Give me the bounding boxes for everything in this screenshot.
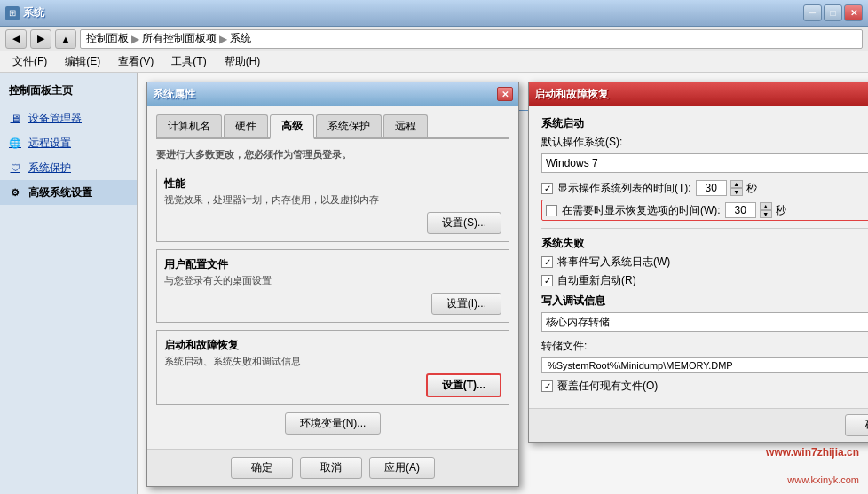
system-properties-titlebar: 系统属性 ✕ <box>147 82 518 106</box>
system-properties-dialog: 系统属性 ✕ 计算机名 硬件 高级 系统保护 远程 要进行大多数更改，您必须作为… <box>146 82 519 487</box>
sidebar-item-remote-settings[interactable]: 🌐 远程设置 <box>0 130 137 155</box>
debug-type-value: 核心内存转储 <box>546 315 610 330</box>
overwrite-row: 覆盖任何现有文件(O) <box>541 379 868 394</box>
sidebar: 控制面板主页 🖥 设备管理器 🌐 远程设置 🛡 系统保护 ⚙ 高级系统设置 <box>0 73 138 494</box>
auto-restart-row: 自动重新启动(R) <box>541 273 868 288</box>
sidebar-item-remote-label: 远程设置 <box>28 136 71 151</box>
show-list-time-input[interactable]: 30 <box>696 180 727 196</box>
tab-hardware[interactable]: 硬件 <box>224 114 268 137</box>
system-properties-close-button[interactable]: ✕ <box>497 87 513 101</box>
menu-bar: 文件(F) 编辑(E) 查看(V) 工具(T) 帮助(H) <box>0 51 868 73</box>
performance-label: 性能 <box>164 176 501 192</box>
debug-info-title: 写入调试信息 <box>541 294 868 309</box>
show-recovery-spinner-btns: ▲ ▼ <box>760 202 772 218</box>
watermark-2: www.kxinyk.com <box>787 474 859 485</box>
back-button[interactable]: ◀ <box>5 29 27 49</box>
show-list-time-label: 显示操作系统列表的时间(T): <box>557 181 691 196</box>
title-bar: ⊞ 系统 ─ □ ✕ <box>0 0 868 27</box>
show-recovery-unit: 秒 <box>776 203 786 218</box>
fault-recovery-titlebar: 启动和故障恢复 ✕ <box>529 82 868 106</box>
default-os-value: Windows 7 <box>546 157 598 169</box>
system-properties-apply-button[interactable]: 应用(A) <box>369 457 435 479</box>
startup-fault-settings-button[interactable]: 设置(T)... <box>426 373 501 397</box>
system-properties-cancel-button[interactable]: 取消 <box>300 457 362 479</box>
env-variables-button[interactable]: 环境变量(N)... <box>285 412 382 435</box>
sidebar-item-advanced-label: 高级系统设置 <box>28 185 92 200</box>
show-list-time-spinner: 30 ▲ ▼ 秒 <box>696 180 757 196</box>
menu-view[interactable]: 查看(V) <box>111 52 161 71</box>
user-profile-label: 用户配置文件 <box>164 257 501 272</box>
tab-advanced[interactable]: 高级 <box>270 114 314 139</box>
fault-ok-button[interactable]: 确定 <box>845 414 868 436</box>
menu-edit[interactable]: 编辑(E) <box>58 52 107 71</box>
minimize-button[interactable]: ─ <box>803 4 822 21</box>
tab-computer-name[interactable]: 计算机名 <box>156 114 222 137</box>
divider-1 <box>541 228 868 229</box>
fault-recovery-title: 启动和故障恢复 <box>534 87 868 102</box>
system-properties-ok-button[interactable]: 确定 <box>231 457 293 479</box>
debug-type-dropdown[interactable]: 核心内存转储 ▼ <box>541 312 868 332</box>
admin-notice: 要进行大多数更改，您必须作为管理员登录。 <box>156 148 509 161</box>
show-list-time-up-button[interactable]: ▲ <box>730 180 743 188</box>
show-recovery-down-button[interactable]: ▼ <box>760 210 772 218</box>
sidebar-item-device-manager[interactable]: 🖥 设备管理器 <box>0 106 137 130</box>
write-event-row: 将事件写入系统日志(W) <box>541 255 868 270</box>
tab-system-protection[interactable]: 系统保护 <box>316 114 382 137</box>
default-os-dropdown[interactable]: Windows 7 ▼ <box>541 153 868 173</box>
show-recovery-up-button[interactable]: ▲ <box>760 202 772 210</box>
maximize-button[interactable]: □ <box>824 4 842 21</box>
show-recovery-input[interactable]: 30 <box>725 202 756 218</box>
menu-file[interactable]: 文件(F) <box>5 52 54 71</box>
user-profile-section: 用户配置文件 与您登录有关的桌面设置 设置(I)... <box>156 249 509 323</box>
path-sep-1: ▶ <box>131 33 139 45</box>
system-properties-footer: 确定 取消 应用(A) <box>147 449 518 486</box>
system-protection-icon: 🛡 <box>7 160 23 176</box>
advanced-settings-icon: ⚙ <box>7 184 23 200</box>
write-event-checkbox[interactable] <box>541 256 553 268</box>
device-manager-icon: 🖥 <box>7 110 23 126</box>
main-layout: 控制面板主页 🖥 设备管理器 🌐 远程设置 🛡 系统保护 ⚙ 高级系统设置 查看… <box>0 73 868 494</box>
tab-remote[interactable]: 远程 <box>383 114 428 137</box>
performance-settings-button[interactable]: 设置(S)... <box>427 212 501 234</box>
transfer-file-label: 转储文件: <box>541 339 868 354</box>
address-path[interactable]: 控制面板 ▶ 所有控制面板项 ▶ 系统 <box>80 29 863 49</box>
fault-recovery-dialog: 启动和故障恢复 ✕ 系统启动 默认操作系统(S): Windows 7 ▼ 显示… <box>528 82 868 443</box>
auto-restart-label: 自动重新启动(R) <box>557 273 636 288</box>
startup-fault-desc: 系统启动、系统失败和调试信息 <box>164 355 501 368</box>
user-profile-settings-button[interactable]: 设置(I)... <box>431 293 501 315</box>
show-recovery-time-row: 在需要时显示恢复选项的时间(W): 30 ▲ ▼ 秒 <box>541 200 868 221</box>
show-recovery-time-checkbox[interactable] <box>546 205 557 216</box>
window-title: 系统 <box>23 5 803 20</box>
address-bar: ◀ ▶ ▲ 控制面板 ▶ 所有控制面板项 ▶ 系统 <box>0 27 868 51</box>
performance-desc: 视觉效果，处理器计划，内存使用，以及虚拟内存 <box>164 193 501 207</box>
menu-help[interactable]: 帮助(H) <box>217 52 268 71</box>
show-recovery-time-label: 在需要时显示恢复选项的时间(W): <box>562 203 721 218</box>
forward-button[interactable]: ▶ <box>30 29 51 49</box>
user-profile-desc: 与您登录有关的桌面设置 <box>164 274 501 287</box>
menu-tools[interactable]: 工具(T) <box>164 52 213 71</box>
fault-recovery-footer: 确定 取消 <box>529 408 868 442</box>
content-area: 查看有关计算机的基本信息 系统属性 ✕ 计算机名 硬件 高级 系统保护 远程 要… <box>138 73 868 494</box>
fault-recovery-body: 系统启动 默认操作系统(S): Windows 7 ▼ 显示操作系统列表的时间(… <box>529 106 868 408</box>
transfer-file-path[interactable]: %SystemRoot%\Minidump\MEMORY.DMP <box>541 357 868 373</box>
system-failure-title: 系统失败 <box>541 236 868 251</box>
system-startup-title: 系统启动 <box>541 116 868 131</box>
sidebar-item-system-protection[interactable]: 🛡 系统保护 <box>0 155 137 180</box>
window-controls: ─ □ ✕ <box>803 4 863 21</box>
close-button[interactable]: ✕ <box>844 4 863 21</box>
performance-section: 性能 视觉效果，处理器计划，内存使用，以及虚拟内存 设置(S)... <box>156 169 509 242</box>
show-list-time-checkbox[interactable] <box>541 183 553 194</box>
show-list-time-down-button[interactable]: ▼ <box>730 188 743 196</box>
system-properties-title: 系统属性 <box>153 87 497 102</box>
write-event-label: 将事件写入系统日志(W) <box>557 255 670 270</box>
startup-fault-section: 启动和故障恢复 系统启动、系统失败和调试信息 设置(T)... <box>156 330 509 405</box>
sidebar-item-advanced-settings[interactable]: ⚙ 高级系统设置 <box>0 180 137 205</box>
overwrite-checkbox[interactable] <box>541 380 553 392</box>
path-part-1: 控制面板 <box>86 31 129 46</box>
up-button[interactable]: ▲ <box>55 29 76 49</box>
path-part-2: 所有控制面板项 <box>142 31 217 46</box>
watermark-1: www.win7zhijia.cn <box>766 446 859 459</box>
auto-restart-checkbox[interactable] <box>541 275 553 286</box>
sidebar-item-device-manager-label: 设备管理器 <box>28 111 82 126</box>
sidebar-header: 控制面板主页 <box>0 80 137 106</box>
